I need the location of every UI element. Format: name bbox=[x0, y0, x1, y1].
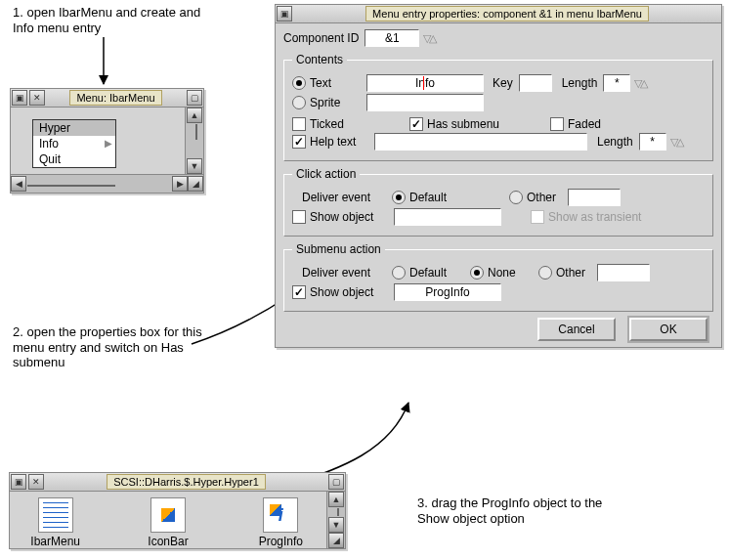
click-action-legend: Click action bbox=[292, 167, 360, 181]
sub-show-object-input[interactable] bbox=[394, 283, 501, 301]
file-label: IbarMenu bbox=[21, 535, 90, 548]
click-other-input[interactable] bbox=[568, 189, 621, 206]
menu-items-list: Hyper Info ▶ Quit bbox=[32, 119, 116, 168]
file-label: IconBar bbox=[134, 535, 202, 548]
menu-editor-window: ▣ ✕ Menu: IbarMenu ▢ Hyper Info ▶ Quit ▲… bbox=[10, 88, 204, 194]
vertical-scrollbar[interactable]: ▲ ▼ bbox=[185, 108, 203, 174]
text-input[interactable] bbox=[366, 74, 484, 92]
scroll-left-icon[interactable]: ◀ bbox=[11, 176, 26, 192]
click-default-label: Default bbox=[409, 191, 503, 204]
filer-window-title: SCSI::DHarris.$.Hyper.Hyper1 bbox=[107, 474, 266, 490]
scroll-right-icon[interactable]: ▶ bbox=[172, 176, 188, 192]
click-show-object-label: Show object bbox=[310, 210, 388, 224]
props-window-title: Menu entry properties: component &1 in m… bbox=[365, 6, 649, 22]
menu-item-quit[interactable]: Quit bbox=[33, 151, 115, 167]
menu-item-hyper[interactable]: Hyper bbox=[33, 120, 115, 136]
text-radio[interactable] bbox=[292, 76, 306, 90]
has-submenu-check[interactable] bbox=[409, 117, 423, 131]
close-icon[interactable]: ✕ bbox=[29, 90, 45, 106]
toggle-size-icon[interactable]: ▢ bbox=[328, 474, 344, 490]
file-proginfo[interactable]: ProgInfo bbox=[246, 495, 315, 548]
annotation-step1: 1. open IbarMenu and create and Info men… bbox=[13, 5, 208, 35]
click-other-label: Other bbox=[527, 191, 556, 204]
scroll-down-icon[interactable]: ▼ bbox=[328, 517, 344, 533]
sub-default-radio[interactable] bbox=[392, 266, 406, 280]
submenu-arrow-icon: ▶ bbox=[105, 138, 112, 149]
click-other-radio[interactable] bbox=[509, 191, 523, 204]
menu-item-label: Info bbox=[39, 137, 59, 151]
text-caret bbox=[423, 76, 424, 90]
back-icon[interactable]: ▣ bbox=[12, 90, 27, 106]
resize-icon[interactable]: ◢ bbox=[328, 533, 344, 548]
click-deliver-event-label: Deliver event bbox=[302, 191, 386, 204]
horizontal-scrollbar[interactable]: ◀ ▶ ◢ bbox=[11, 174, 203, 193]
annotation-step2: 2. open the properties box for this menu… bbox=[13, 324, 208, 370]
help-length-stepper[interactable]: ▽△ bbox=[670, 136, 682, 149]
faded-check[interactable] bbox=[550, 117, 564, 131]
component-id-label: Component ID bbox=[283, 31, 359, 45]
click-action-group: Click action Deliver event Default Other… bbox=[283, 167, 713, 237]
menu-item-info[interactable]: Info ▶ bbox=[33, 136, 115, 151]
help-text-label: Help text bbox=[310, 135, 368, 149]
show-as-transient-check bbox=[531, 210, 544, 224]
sub-other-input[interactable] bbox=[597, 264, 650, 281]
help-text-check[interactable] bbox=[292, 135, 306, 149]
sub-none-radio[interactable] bbox=[470, 266, 484, 280]
length-stepper[interactable]: ▽△ bbox=[634, 77, 646, 90]
sprite-radio-label: Sprite bbox=[310, 96, 361, 109]
filer-titlebar[interactable]: ▣ ✕ SCSI::DHarris.$.Hyper.Hyper1 ▢ bbox=[10, 473, 345, 492]
submenu-action-group: Submenu action Deliver event Default Non… bbox=[283, 242, 713, 312]
help-length-input[interactable] bbox=[639, 133, 666, 151]
ibarmenu-icon bbox=[38, 497, 73, 533]
show-as-transient-label: Show as transient bbox=[548, 210, 641, 224]
sprite-input[interactable] bbox=[366, 94, 484, 111]
key-label: Key bbox=[493, 76, 513, 90]
sub-none-label: None bbox=[488, 266, 533, 280]
annotation-step3: 3. drag the ProgInfo object to the Show … bbox=[417, 495, 632, 526]
sub-show-object-check[interactable] bbox=[292, 285, 306, 299]
file-label: ProgInfo bbox=[246, 535, 315, 548]
ticked-check[interactable] bbox=[292, 117, 306, 131]
sub-other-radio[interactable] bbox=[538, 266, 552, 280]
ticked-label: Ticked bbox=[310, 117, 404, 131]
filer-window: ▣ ✕ SCSI::DHarris.$.Hyper.Hyper1 ▢ IbarM… bbox=[9, 472, 346, 549]
faded-label: Faded bbox=[568, 117, 601, 131]
menu-window-titlebar[interactable]: ▣ ✕ Menu: IbarMenu ▢ bbox=[11, 89, 203, 108]
scroll-up-icon[interactable]: ▲ bbox=[328, 492, 344, 507]
scroll-down-icon[interactable]: ▼ bbox=[187, 158, 202, 174]
click-default-radio[interactable] bbox=[392, 191, 406, 204]
help-text-input[interactable] bbox=[374, 133, 587, 151]
sub-default-label: Default bbox=[409, 266, 464, 280]
sprite-radio[interactable] bbox=[292, 96, 306, 109]
sub-other-label: Other bbox=[556, 266, 585, 280]
close-icon[interactable]: ✕ bbox=[28, 474, 44, 490]
file-ibarmenu[interactable]: IbarMenu bbox=[21, 495, 90, 548]
properties-window: ▣ Menu entry properties: component &1 in… bbox=[275, 4, 722, 348]
length-input[interactable] bbox=[603, 74, 630, 92]
contents-legend: Contents bbox=[292, 53, 347, 66]
length-label: Length bbox=[562, 76, 598, 90]
submenu-action-legend: Submenu action bbox=[292, 242, 385, 256]
cancel-button[interactable]: Cancel bbox=[537, 318, 616, 341]
sub-show-object-label: Show object bbox=[310, 285, 388, 299]
back-icon[interactable]: ▣ bbox=[277, 6, 292, 22]
help-length-label: Length bbox=[597, 135, 633, 149]
component-id-stepper[interactable]: ▽△ bbox=[423, 32, 435, 45]
has-submenu-label: Has submenu bbox=[427, 117, 544, 131]
menu-window-title: Menu: IbarMenu bbox=[69, 90, 161, 106]
props-titlebar[interactable]: ▣ Menu entry properties: component &1 in… bbox=[276, 5, 721, 23]
key-input[interactable] bbox=[519, 74, 552, 92]
click-show-object-check[interactable] bbox=[292, 210, 306, 224]
ok-button[interactable]: OK bbox=[629, 318, 708, 341]
file-iconbar[interactable]: IconBar bbox=[134, 495, 202, 548]
proginfo-icon bbox=[263, 497, 298, 533]
filer-vertical-scrollbar[interactable]: ▲ ▼ ◢ bbox=[326, 492, 345, 548]
resize-icon[interactable]: ◢ bbox=[188, 176, 203, 192]
toggle-size-icon[interactable]: ▢ bbox=[187, 90, 202, 106]
iconbar-icon bbox=[150, 497, 186, 533]
click-show-object-input[interactable] bbox=[394, 208, 501, 226]
contents-group: Contents Text Key Length ▽△ Sprite Ticke… bbox=[283, 53, 713, 161]
scroll-up-icon[interactable]: ▲ bbox=[187, 108, 202, 123]
back-icon[interactable]: ▣ bbox=[11, 474, 26, 490]
component-id-input[interactable] bbox=[364, 29, 419, 47]
